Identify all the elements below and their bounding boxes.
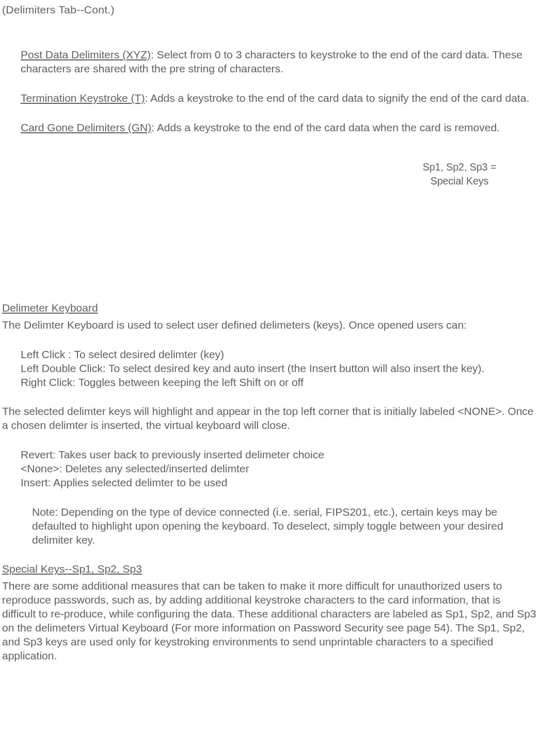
side-note-line-1: Sp1, Sp2, Sp3 =	[408, 160, 511, 174]
special-keys-body: There are some additional measures that …	[0, 579, 539, 662]
special-keys-heading: Special Keys--Sp1, Sp2, Sp3	[0, 562, 539, 576]
left-click-line: Left Click : To select desired delimter …	[0, 348, 539, 362]
termination-keystroke-body: : Adds a keystroke to the end of the car…	[145, 92, 529, 104]
none-line: <None>: Deletes any selected/inserted de…	[0, 462, 539, 476]
revert-line: Revert: Takes user back to previously in…	[0, 448, 539, 462]
card-gone-delimiters-body: : Adds a keystroke to the end of the car…	[151, 121, 500, 133]
delimiter-keyboard-intro: The Delimter Keyboard is used to select …	[0, 318, 539, 332]
termination-keystroke-heading: Termination Keystroke (T)	[21, 92, 145, 104]
post-data-delimiters-paragraph: Post Data Delimiters (XYZ): Select from …	[0, 48, 539, 76]
delimiter-keyboard-heading: Delimeter Keyboard	[0, 301, 539, 315]
card-gone-delimiters-paragraph: Card Gone Delimiters (GN): Adds a keystr…	[0, 121, 539, 135]
document-page: (Delimiters Tab--Cont.) Post Data Delimi…	[0, 3, 539, 663]
side-note-line-2: Special Keys	[408, 174, 511, 188]
delimiter-keyboard-note: Note: Depending on the type of device co…	[0, 505, 539, 547]
termination-keystroke-paragraph: Termination Keystroke (T): Adds a keystr…	[0, 91, 539, 105]
card-gone-delimiters-heading: Card Gone Delimiters (GN)	[21, 121, 151, 133]
special-keys-side-note: Sp1, Sp2, Sp3 = Special Keys	[408, 160, 511, 188]
insert-line: Insert: Applies selected delimter to be …	[0, 476, 539, 490]
post-data-delimiters-heading: Post Data Delimiters (XYZ)	[21, 49, 151, 60]
page-title: (Delimiters Tab--Cont.)	[0, 3, 539, 17]
delimiter-keyboard-paragraph-2: The selected delimter keys will highligh…	[0, 405, 539, 433]
left-double-click-line: Left Double Click: To select desired key…	[0, 362, 539, 376]
right-click-line: Right Click: Toggles between keeping the…	[0, 376, 539, 390]
